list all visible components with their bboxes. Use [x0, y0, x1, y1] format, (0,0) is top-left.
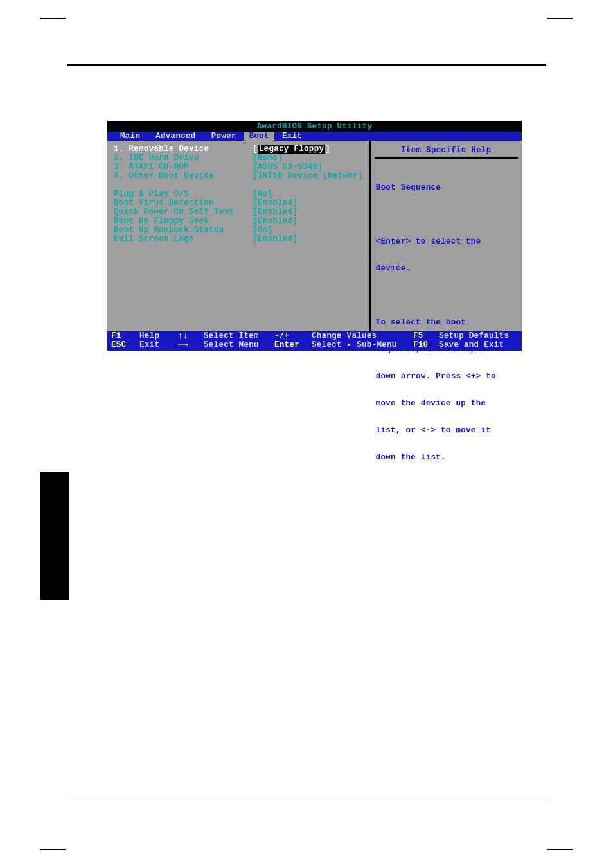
help-line: device. — [376, 264, 517, 273]
bios-window: AwardBIOS Setup Utility Main Advanced Po… — [107, 121, 522, 351]
setting-label: Boot Up Floppy Seek — [114, 217, 253, 226]
key-minus-plus[interactable]: -/+ — [274, 332, 312, 341]
boot-seq-num: 1. — [114, 145, 124, 154]
setting-fullscreen-logo[interactable]: Full Screen Logo [Enabled] — [114, 235, 363, 244]
boot-seq-label: IDE Hard Drive — [129, 154, 199, 163]
help-line: move the device up the — [376, 399, 517, 408]
menu-main[interactable]: Main — [112, 132, 148, 141]
boot-seq-label: Other Boot Device — [129, 172, 214, 181]
boot-seq-1[interactable]: 1. Removable Device [Legacy Floppy] — [114, 145, 363, 154]
key-f1[interactable]: F1 — [111, 332, 139, 341]
bios-title: AwardBIOS Setup Utility — [107, 121, 522, 132]
key-updown-icon[interactable]: ↑↓ — [178, 332, 204, 341]
boot-seq-2[interactable]: 2. IDE Hard Drive [None] — [114, 154, 363, 163]
setting-value[interactable]: [On] — [253, 226, 272, 235]
setting-value[interactable]: [Enabled] — [253, 208, 298, 217]
key-select-menu: Select Menu — [204, 341, 274, 350]
bios-help-pane: Item Specific Help Boot Sequence <Enter>… — [369, 141, 522, 331]
top-rule — [67, 64, 546, 66]
bios-menu-bar[interactable]: Main Advanced Power Boot Exit — [107, 132, 522, 141]
menu-power[interactable]: Power — [204, 132, 244, 141]
boot-seq-value[interactable]: [INT18 Device (Networ] — [253, 172, 363, 181]
setting-label: Plug & Play O/S — [114, 190, 253, 199]
menu-exit[interactable]: Exit — [274, 132, 310, 141]
help-line: down the list. — [376, 453, 517, 462]
page-side-tab — [40, 472, 69, 600]
setting-label: Boot Virus Detection — [114, 199, 253, 208]
help-line: down arrow. Press <+> to — [376, 372, 517, 381]
boot-seq-value[interactable]: Legacy Floppy — [258, 145, 325, 154]
setting-label: Quick Power On Self Test — [114, 208, 253, 217]
menu-boot[interactable]: Boot — [244, 132, 274, 141]
help-line: To select the boot — [376, 318, 517, 327]
key-enter[interactable]: Enter — [274, 341, 312, 350]
setting-value[interactable]: [Enabled] — [253, 199, 298, 208]
setting-value[interactable]: [Enabled] — [253, 235, 298, 244]
key-help: Help — [139, 332, 178, 341]
help-line: sequence, use the up or — [376, 345, 517, 354]
setting-pnp-os[interactable]: Plug & Play O/S [No] — [114, 190, 363, 199]
setting-boot-virus[interactable]: Boot Virus Detection [Enabled] — [114, 199, 363, 208]
key-select-item: Select Item — [204, 332, 274, 341]
boot-seq-label: ATAPI CD-ROM — [129, 163, 189, 172]
setting-quick-post[interactable]: Quick Power On Self Test [Enabled] — [114, 208, 363, 217]
setting-numlock[interactable]: Boot Up NumLock Status [On] — [114, 226, 363, 235]
boot-seq-3[interactable]: 3. ATAPI CD-ROM [ASUS CD-S340] — [114, 163, 363, 172]
key-esc[interactable]: ESC — [111, 341, 139, 350]
boot-seq-4[interactable]: 4. Other Boot Device [INT18 Device (Netw… — [114, 172, 363, 181]
bios-settings-pane: 1. Removable Device [Legacy Floppy] 2. I… — [107, 141, 369, 331]
help-subject: Boot Sequence — [376, 183, 517, 192]
boot-seq-num: 4. — [114, 172, 124, 181]
help-line: <Enter> to select the — [376, 237, 517, 246]
boot-seq-label: Removable Device — [129, 145, 209, 154]
boot-seq-num: 3. — [114, 163, 124, 172]
menu-advanced[interactable]: Advanced — [148, 132, 203, 141]
key-leftright-icon[interactable]: ←→ — [178, 341, 204, 350]
setting-floppy-seek[interactable]: Boot Up Floppy Seek [Enabled] — [114, 217, 363, 226]
setting-value[interactable]: [No] — [253, 190, 272, 199]
boot-seq-num: 2. — [114, 154, 124, 163]
bottom-rule — [67, 797, 546, 797]
help-title: Item Specific Help — [375, 141, 518, 159]
help-body: Boot Sequence <Enter> to select the devi… — [371, 159, 522, 486]
setting-label: Boot Up NumLock Status — [114, 226, 253, 235]
help-line: list, or <-> to move it — [376, 426, 517, 435]
boot-seq-value[interactable]: [None] — [253, 154, 283, 163]
boot-seq-value[interactable]: [ASUS CD-S340] — [253, 163, 323, 172]
setting-value[interactable]: [Enabled] — [253, 217, 298, 226]
key-exit: Exit — [139, 341, 178, 350]
setting-label: Full Screen Logo — [114, 235, 253, 244]
